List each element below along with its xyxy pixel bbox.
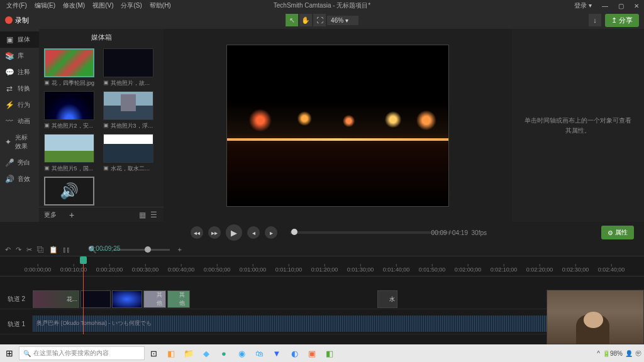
media-item-audio[interactable]: 🔊 [44, 177, 99, 206]
task-view-icon[interactable]: ⊡ [145, 344, 162, 362]
media-item[interactable]: ▣ 其他照片3，浮光... [103, 91, 158, 130]
media-item[interactable]: ▣ 其他照片5，国... [44, 134, 99, 173]
select-tool[interactable]: ↖ [286, 14, 298, 26]
sidebar-item-annotations[interactable]: 💬注释 [0, 64, 39, 80]
app-icon[interactable]: ▣ [303, 344, 321, 362]
playback-scrubber[interactable] [290, 231, 453, 234]
paste-button[interactable]: 📋 [49, 246, 58, 254]
ruler-tick: 0:02:00;00 [455, 266, 482, 273]
sidebar-item-library[interactable]: 📚库 [0, 48, 39, 64]
menu-edit[interactable]: 编辑(E) [31, 1, 59, 10]
close-button[interactable]: ✕ [631, 3, 641, 9]
sidebar-item-cursor-effects[interactable]: ✦光标效果 [0, 129, 39, 155]
audio-clip-label: 奥戸巴寿 (Okudo Tomohisa) - いつも何度でも [36, 319, 152, 327]
app-icon[interactable]: ● [215, 344, 233, 362]
store-icon[interactable]: 🛍 [250, 344, 268, 362]
timeline-clip[interactable] [112, 290, 142, 308]
menu-modify[interactable]: 修改(M) [59, 1, 89, 10]
app-icon[interactable]: ▼ [268, 344, 286, 362]
media-label: ▣ 花，四季轮回.jpg [44, 79, 94, 87]
playhead-time: 0:00:09;25 [91, 245, 120, 252]
taskbar-search[interactable]: 🔍在这里输入你要搜索的内容 [19, 346, 145, 360]
track-label[interactable]: 轨道 1 [0, 320, 33, 329]
copy-button[interactable]: ⿻ [37, 246, 44, 253]
prev-frame-button[interactable]: ◂◂ [191, 226, 203, 239]
audio-icon: 🔊 [44, 177, 94, 206]
properties-button[interactable]: ⚙ 属性 [601, 226, 634, 239]
windows-taskbar: ⊞ 🔍在这里输入你要搜索的内容 ⊡ ◧ 📁 ◆ ● ◉ 🛍 ▼ ◐ ▣ ◧ ^ … [0, 344, 644, 362]
download-button[interactable]: ↓ [589, 14, 601, 26]
media-item[interactable]: ▣ 其他照片，故乡... [103, 48, 158, 87]
preview-area [164, 29, 512, 222]
sidebar-item-transitions[interactable]: ⇄转换 [0, 80, 39, 97]
sidebar-item-media[interactable]: ▣媒体 [0, 31, 39, 48]
timeline-clip[interactable] [80, 290, 111, 308]
play-button[interactable]: ▶ [226, 224, 242, 241]
login-dropdown[interactable]: 登录 ▾ [572, 1, 594, 10]
sidebar-item-animations[interactable]: 〰动画 [0, 113, 39, 129]
ruler-tick: 0:00:00;00 [25, 266, 52, 273]
sidebar-item-audio-effects[interactable]: 🔊音效 [0, 171, 39, 187]
track-label[interactable]: 轨道 2 [0, 295, 33, 304]
split-button[interactable]: ⫿⫿ [63, 246, 70, 253]
menu-view[interactable]: 视图(V) [89, 1, 117, 10]
camtasia-icon[interactable]: ◧ [321, 344, 338, 362]
media-item[interactable]: ▣ 花，四季轮回.jpg [44, 48, 99, 87]
ruler-tick: 0:00:30;00 [132, 266, 159, 273]
app-icon[interactable]: ◧ [162, 344, 180, 362]
minimize-button[interactable]: — [599, 3, 611, 9]
scrubber-handle[interactable] [291, 229, 297, 235]
app-icon[interactable]: ◐ [286, 344, 303, 362]
grid-view-button[interactable]: ▦ [137, 210, 147, 220]
zoom-dropdown[interactable]: 46% ▾ [327, 16, 358, 25]
media-item[interactable]: ▣ 水花，取水二千... [103, 134, 158, 173]
step-back-button[interactable]: ◂ [247, 226, 260, 239]
timeline-clip[interactable]: 水 [377, 290, 397, 308]
media-thumbnail [103, 134, 153, 163]
battery-icon[interactable]: 🔋98% [602, 350, 623, 357]
media-item[interactable]: ▣ 其他照片2，安... [44, 91, 99, 130]
zoom-slider-handle[interactable] [145, 246, 151, 253]
media-label: ▣ 其他照片5，国... [44, 165, 94, 173]
menu-help[interactable]: 帮助(H) [146, 1, 175, 10]
timeline-zoom-slider[interactable] [113, 249, 170, 251]
maximize-button[interactable]: ▢ [616, 3, 626, 9]
pan-tool[interactable]: ✋ [299, 14, 312, 26]
explorer-icon[interactable]: 📁 [180, 344, 197, 362]
ruler-tick: 0:02:20;00 [526, 266, 553, 273]
cut-button[interactable]: ✂ [26, 246, 32, 254]
canvas[interactable] [226, 45, 449, 207]
timeline-ruler[interactable]: 0:00:00;000:00:10;000:00:20;000:00:30;00… [0, 256, 644, 277]
app-icon[interactable]: ◆ [197, 344, 215, 362]
list-view-button[interactable]: ☰ [148, 210, 158, 220]
record-button[interactable]: 录制 [5, 16, 29, 25]
next-frame-button[interactable]: ▸▸ [208, 226, 221, 239]
playhead[interactable] [83, 256, 84, 334]
timeline-clip[interactable]: 花... [33, 290, 79, 308]
redo-button[interactable]: ↷ [16, 246, 21, 254]
more-button[interactable]: 更多 [44, 211, 57, 219]
undo-button[interactable]: ↶ [5, 246, 11, 254]
media-bin-header: 媒体箱 [39, 29, 164, 46]
ruler-tick: 0:00:20;00 [96, 266, 123, 273]
menu-share[interactable]: 分享(S) [117, 1, 145, 10]
input-icon[interactable]: ㊥ [635, 349, 641, 358]
crop-tool[interactable]: ⛶ [313, 14, 326, 26]
timeline-clip[interactable]: 其他 [167, 290, 190, 308]
share-button[interactable]: ↥ 分享 [605, 14, 639, 27]
start-button[interactable]: ⊞ [0, 344, 19, 362]
ruler-tick: 0:01:40;00 [383, 266, 410, 273]
user-icon[interactable]: 👤 [625, 350, 633, 357]
sidebar-item-narration[interactable]: 🎤旁白 [0, 155, 39, 171]
edge-icon[interactable]: ◉ [233, 344, 250, 362]
timeline-clip[interactable]: 其他 [143, 290, 166, 308]
step-forward-button[interactable]: ▸ [265, 226, 277, 239]
sidebar-item-behaviors[interactable]: ⚡行为 [0, 97, 39, 113]
animations-icon: 〰 [5, 117, 14, 126]
transitions-icon: ⇄ [5, 84, 14, 93]
tray-icon[interactable]: ^ [597, 350, 600, 357]
menu-file[interactable]: 文件(F) [3, 1, 31, 10]
zoom-in-button[interactable]: + [177, 246, 181, 253]
ruler-tick: 0:01:20;00 [311, 266, 338, 273]
add-media-button[interactable]: + [69, 210, 74, 220]
